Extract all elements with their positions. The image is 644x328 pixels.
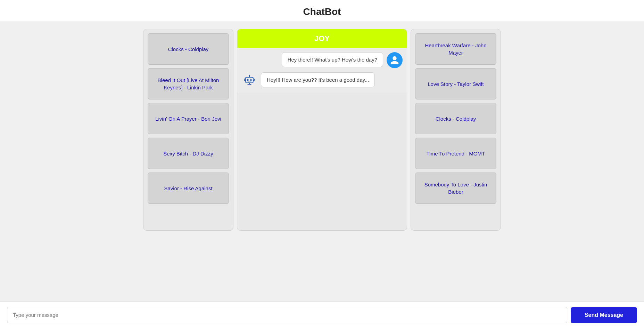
left-panel: Clocks - Coldplay Bleed It Out [Live At …: [143, 29, 233, 231]
send-button[interactable]: Send Message: [571, 307, 637, 323]
svg-rect-7: [253, 79, 255, 81]
song-item-right-0[interactable]: Heartbreak Warfare - John Mayer: [415, 33, 496, 65]
user-icon: [390, 55, 399, 65]
message-bubble-user: Hey there!! What's up? How's the day?: [282, 52, 383, 67]
song-item-left-3[interactable]: Sexy Bitch - DJ Dizzy: [148, 138, 229, 169]
svg-point-2: [250, 79, 252, 81]
main-content: Clocks - Coldplay Bleed It Out [Live At …: [0, 22, 644, 302]
bot-avatar: [241, 72, 257, 88]
song-item-left-0[interactable]: Clocks - Coldplay: [148, 33, 229, 65]
center-panel: JOY Hey there!! What's up? How's the day…: [237, 29, 407, 231]
footer: Send Message: [0, 302, 644, 328]
song-item-right-4[interactable]: Somebody To Love - Justin Bieber: [415, 173, 496, 204]
song-item-right-2[interactable]: Clocks - Coldplay: [415, 103, 496, 134]
song-item-left-1[interactable]: Bleed It Out [Live At Milton Keynes] - L…: [148, 68, 229, 99]
bot-icon: [243, 74, 256, 87]
song-item-right-3[interactable]: Time To Pretend - MGMT: [415, 138, 496, 169]
svg-point-1: [247, 79, 249, 81]
message-row-user: Hey there!! What's up? How's the day?: [241, 52, 403, 68]
app-title: ChatBot: [0, 0, 644, 22]
message-input[interactable]: [7, 307, 567, 323]
chat-header: JOY: [237, 29, 407, 48]
right-panel: Heartbreak Warfare - John Mayer Love Sto…: [411, 29, 501, 231]
message-row-bot: Hey!!! How are you?? It's been a good da…: [241, 72, 403, 88]
svg-point-5: [249, 75, 250, 76]
song-item-left-2[interactable]: Livin' On A Prayer - Bon Jovi: [148, 103, 229, 134]
message-bubble-bot: Hey!!! How are you?? It's been a good da…: [261, 72, 375, 87]
song-item-left-4[interactable]: Savior - Rise Against: [148, 173, 229, 204]
song-item-right-1[interactable]: Love Story - Taylor Swift: [415, 68, 496, 99]
chat-messages: Hey there!! What's up? How's the day?: [237, 48, 407, 93]
svg-rect-6: [245, 79, 246, 81]
user-avatar: [387, 52, 403, 68]
